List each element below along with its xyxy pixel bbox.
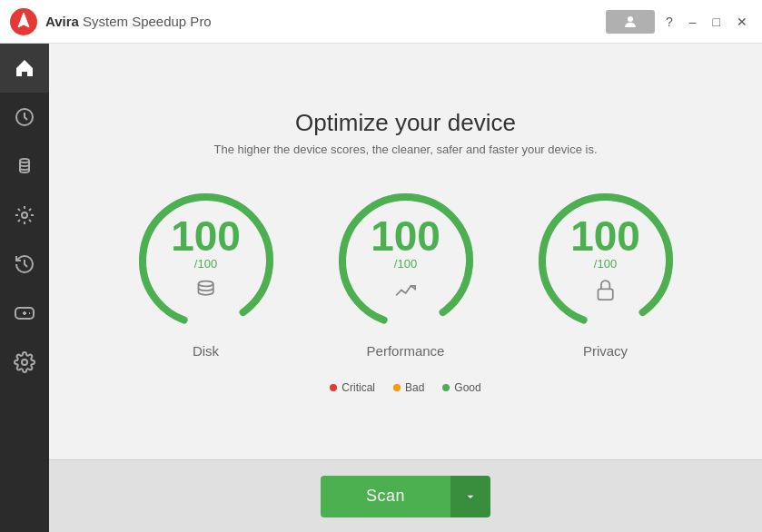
legend-bad: Bad: [393, 381, 424, 394]
sidebar-item-settings[interactable]: [0, 338, 49, 387]
user-button[interactable]: [606, 10, 655, 34]
gauge-privacy-wrapper: 100 /100: [529, 183, 683, 338]
page-subtitle: The higher the device scores, the cleane…: [213, 143, 597, 156]
sidebar-item-cleaner[interactable]: [0, 142, 49, 191]
legend-good-dot: [442, 384, 450, 391]
scan-dropdown-button[interactable]: [450, 476, 490, 517]
gauge-privacy: 100 /100 Privacy: [529, 183, 683, 359]
gauges-row: 100 /100 Disk: [129, 183, 683, 359]
gauge-performance: 100 /100 Performance: [329, 183, 483, 359]
gauge-privacy-max: /100: [594, 257, 617, 271]
home-icon: [14, 57, 35, 79]
svg-point-3: [20, 159, 29, 163]
gauge-performance-center: 100 /100: [371, 215, 440, 307]
avira-logo: [9, 7, 38, 36]
svg-point-1: [628, 16, 633, 22]
privacy-icon: [593, 278, 619, 307]
svg-rect-14: [598, 289, 612, 300]
gauge-disk-center: 100 /100: [171, 215, 241, 307]
gauge-performance-max: /100: [394, 257, 417, 271]
cleaner-icon: [14, 155, 35, 177]
scan-button-group: Scan: [321, 476, 490, 517]
content-area: Optimize your device The higher the devi…: [49, 44, 762, 532]
app-name: Avira: [45, 14, 79, 29]
history-icon: [14, 253, 35, 275]
sidebar-item-home[interactable]: [0, 44, 49, 93]
page-title: Optimize your device: [295, 109, 516, 137]
legend-good-label: Good: [454, 381, 480, 394]
gauge-disk-max: /100: [194, 257, 217, 271]
gauge-disk-wrapper: 100 /100: [129, 183, 283, 338]
gaming-icon: [14, 302, 35, 324]
app-subtitle: System Speedup Pro: [83, 14, 606, 29]
title-bar: Avira System Speedup Pro ? – □ ✕: [0, 0, 762, 44]
settings-icon: [14, 351, 35, 373]
sidebar: [0, 44, 49, 532]
sidebar-item-scheduler[interactable]: [0, 93, 49, 142]
disk-icon: [193, 278, 219, 307]
main-layout: Optimize your device The higher the devi…: [0, 44, 762, 532]
svg-point-6: [22, 360, 27, 365]
gauge-disk: 100 /100 Disk: [129, 183, 283, 359]
close-button[interactable]: ✕: [731, 13, 753, 31]
bottom-section: Scan: [49, 459, 762, 532]
svg-point-9: [198, 281, 213, 287]
sidebar-item-history[interactable]: [0, 240, 49, 289]
performance-icon: [393, 278, 419, 307]
gauge-privacy-center: 100 /100: [570, 215, 640, 307]
maximize-button[interactable]: □: [708, 13, 726, 31]
window-controls: ? – □ ✕: [606, 10, 753, 34]
gauge-privacy-score: 100: [570, 215, 640, 257]
svg-point-4: [22, 212, 27, 218]
legend-critical-label: Critical: [341, 381, 375, 394]
legend-good: Good: [442, 381, 480, 394]
legend-critical: Critical: [330, 381, 375, 394]
legend-bad-dot: [393, 384, 401, 391]
legend-bad-label: Bad: [405, 381, 424, 394]
chevron-down-icon: [463, 489, 478, 504]
sidebar-item-gaming[interactable]: [0, 289, 49, 338]
minimize-button[interactable]: –: [684, 13, 702, 31]
optimizer-icon: [14, 204, 35, 226]
clock-icon: [14, 106, 35, 128]
user-icon: [622, 14, 638, 30]
legend-critical-dot: [330, 384, 337, 391]
gauge-performance-score: 100: [371, 215, 440, 257]
gauge-performance-wrapper: 100 /100: [329, 183, 483, 338]
help-button[interactable]: ?: [660, 13, 678, 31]
legend: Critical Bad Good: [330, 381, 480, 394]
gauge-disk-score: 100: [171, 215, 241, 257]
sidebar-item-optimizer[interactable]: [0, 191, 49, 240]
scan-button[interactable]: Scan: [321, 476, 450, 517]
top-section: Optimize your device The higher the devi…: [49, 44, 762, 459]
